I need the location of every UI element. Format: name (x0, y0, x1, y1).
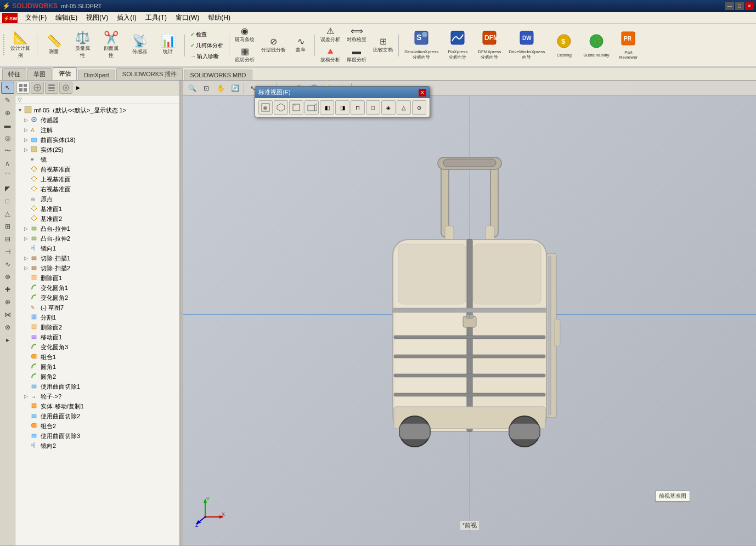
ft-tab-display[interactable] (59, 82, 72, 94)
list-item[interactable]: 分割1 (15, 312, 179, 322)
left-sketch-btn[interactable]: ✎ (1, 94, 14, 106)
sv-trimetric-btn[interactable]: △ (397, 100, 411, 115)
left-reference-btn[interactable]: ⊕ (1, 296, 14, 308)
left-chamfer-btn[interactable]: ◤ (1, 183, 14, 195)
curve-btn[interactable]: ∿ 曲率 (290, 36, 312, 55)
draft-btn[interactable]: 🔺 拔模分析 (318, 46, 343, 65)
menu-file[interactable]: 文件(F) (21, 12, 51, 24)
expand-icon[interactable]: ▷ (24, 117, 31, 123)
bottom-btn[interactable]: ▦ 底切分析 (232, 46, 257, 65)
left-curve-btn[interactable]: ∿ (1, 258, 14, 270)
list-item[interactable]: ▷ 凸台-拉伸2 (15, 234, 179, 243)
sv-top-btn[interactable] (289, 100, 303, 115)
sv-normal-btn[interactable]: ⊙ (412, 100, 426, 115)
driveworks-btn[interactable]: DW DriveWorksXpress向导 (506, 31, 548, 60)
list-item[interactable]: 右视基准面 (15, 184, 179, 194)
pan-btn[interactable]: ✋ (214, 82, 227, 94)
menu-insert[interactable]: 插入(I) (112, 12, 140, 24)
menu-tools[interactable]: 工具(T) (141, 12, 171, 24)
measure-btn[interactable]: 📏 测量 (40, 31, 67, 60)
left-surface-btn[interactable]: ⊛ (1, 271, 14, 283)
maximize-btn[interactable]: □ (735, 2, 744, 10)
left-revolve-btn[interactable]: ◎ (1, 132, 14, 144)
left-more-btn[interactable]: ▶ (1, 334, 14, 346)
simxpress-btn[interactable]: S SimulationXpress分析向导 (402, 31, 441, 60)
feature-tree-content[interactable]: ▼ mf-05（默认<<默认>_显示状态 1> ▷ 传感器 ▷ A 注解 (15, 104, 179, 545)
sensor-btn[interactable]: 📡 传感器 (126, 31, 153, 60)
left-snap-btn[interactable]: ⋈ (1, 309, 14, 321)
list-item[interactable]: 删除面1 (15, 273, 179, 283)
expand-icon[interactable]: ▷ (24, 127, 31, 133)
ft-tab-config[interactable] (45, 82, 58, 94)
viewport[interactable]: 🔍 ⊡ ✋ 🔄 ↖ ⊞ ◉ 🎨 🌐 💡 ☀ ⊟ 📷 标准视图(E) ✕ (183, 81, 756, 545)
list-item[interactable]: 组合2 (15, 421, 179, 431)
menu-edit[interactable]: 编辑(E) (51, 12, 82, 24)
sym-btn[interactable]: ⟺ 对称检查 (344, 25, 369, 45)
expand-icon[interactable]: ▷ (24, 394, 31, 399)
sv-isometric-btn[interactable] (274, 100, 288, 115)
list-item[interactable]: ▷ 切除-扫描1 (15, 253, 179, 263)
stat-btn[interactable]: 📊 统计 (154, 31, 182, 60)
ft-tab-property[interactable] (31, 82, 44, 94)
sv-right-btn[interactable]: ◨ (335, 100, 349, 115)
left-weld-btn[interactable]: ✚ (1, 283, 14, 295)
costing-btn[interactable]: $ Costing (549, 31, 579, 60)
left-mold-btn[interactable]: ⊗ (1, 321, 14, 333)
tab-dimxpert[interactable]: DimXpert (78, 70, 115, 80)
drag-handle-1[interactable] (3, 35, 4, 56)
list-item[interactable]: ▷ 传感器 (15, 115, 179, 125)
list-item[interactable]: 镜向1 (15, 243, 179, 253)
input-btn[interactable]: → 输入诊断 (188, 52, 226, 61)
list-item[interactable]: 前视基准面 (15, 164, 179, 174)
tab-sw-plugins[interactable]: SOLIDWORKS 插件 (116, 68, 183, 80)
sv-dimetric-btn[interactable]: ◈ (381, 100, 396, 115)
expand-icon[interactable]: ▷ (24, 265, 31, 271)
left-select-btn[interactable]: ↖ (1, 82, 14, 94)
list-item[interactable]: 实体-移动/复制1 (15, 401, 179, 411)
list-item[interactable]: 圆角1 (15, 362, 179, 372)
list-item[interactable]: 删除面2 (15, 322, 179, 332)
geom-btn[interactable]: ✓ 几何体分析 (188, 41, 226, 50)
list-item[interactable]: ▷ A 注解 (15, 125, 179, 135)
list-item[interactable]: 变化圆角3 (15, 342, 179, 352)
ft-tab-tree[interactable] (16, 82, 30, 94)
tab-sw-mbd[interactable]: SOLIDWORKS MBD (184, 70, 252, 80)
left-extrude-btn[interactable]: ▬ (1, 120, 14, 132)
tab-features[interactable]: 特征 (2, 68, 26, 80)
section-btn[interactable]: ✂️ 剖面属性 (97, 31, 125, 60)
list-item[interactable]: ▷ 实体(25) (15, 145, 179, 155)
tab-evaluate[interactable]: 评估 (53, 67, 77, 80)
zoom-fit-btn[interactable]: ⊡ (200, 82, 213, 94)
error-btn[interactable]: ⚠ 误差分析 (318, 25, 343, 45)
left-loft-btn[interactable]: ∧ (1, 157, 14, 169)
spot-btn[interactable]: ◉ 斑马条纹 (232, 25, 257, 45)
divline-btn[interactable]: ⊘ 分型线分析 (258, 36, 289, 55)
left-smart-btn[interactable]: ⊕ (1, 107, 14, 119)
left-rib-btn[interactable]: ⊞ (1, 220, 14, 232)
expand-icon[interactable]: ▷ (24, 255, 31, 261)
list-item[interactable]: 上视基准面 (15, 174, 179, 184)
list-item[interactable]: 变化圆角2 (15, 293, 179, 303)
expand-icon[interactable]: ▷ (24, 137, 31, 143)
root-expand[interactable]: ▼ (18, 107, 24, 113)
left-fillet-btn[interactable]: ⌒ (1, 170, 14, 182)
list-item[interactable]: 圆角2 (15, 372, 179, 382)
sv-left-btn[interactable]: ◧ (320, 100, 334, 115)
tab-sketch[interactable]: 草图 (27, 68, 52, 80)
ft-tab-more[interactable]: ▶ (74, 82, 82, 94)
expand-icon[interactable]: ▷ (24, 226, 31, 231)
list-item[interactable]: 基准面2 (15, 214, 179, 224)
sv-back-btn[interactable] (304, 100, 319, 115)
part-reviewer-btn[interactable]: PR PartReviewer (613, 31, 644, 60)
thick-btn[interactable]: ▬ 厚度分析 (344, 46, 369, 65)
left-shell-btn[interactable]: □ (1, 195, 14, 207)
left-mirror-btn[interactable]: ⊣ (1, 246, 14, 258)
calc-btn[interactable]: 📐 设计计算例 (7, 31, 34, 60)
list-item[interactable]: ≡ 镜 (15, 155, 179, 164)
list-item[interactable]: ▷ → 轮子->? (15, 391, 179, 401)
zoom-in-btn[interactable]: 🔍 (185, 82, 199, 94)
list-item[interactable]: 组合1 (15, 352, 179, 362)
minimize-btn[interactable]: — (725, 2, 734, 10)
list-item[interactable]: ⊕ 原点 (15, 194, 179, 204)
sv-bottom-btn[interactable]: ⊓ (351, 100, 365, 115)
